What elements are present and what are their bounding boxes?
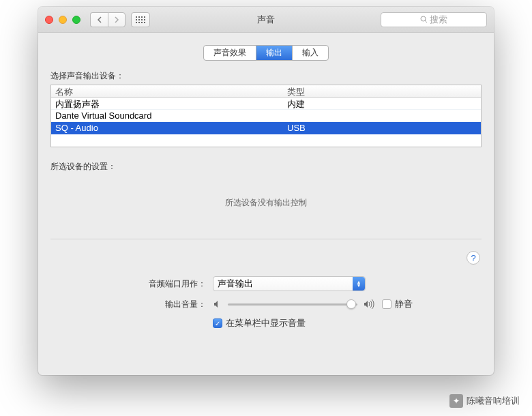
svg-rect-10 [141,22,143,23]
col-type[interactable]: 类型 [283,85,481,97]
menubar-checkbox[interactable]: ✓在菜单栏中显示音量 [213,317,306,329]
tab-group: 声音效果 输出 输入 [50,45,482,61]
settings-label: 所选设备的设置： [50,161,482,173]
svg-rect-1 [138,16,140,18]
svg-rect-6 [141,19,143,20]
tab-effects[interactable]: 声音效果 [204,46,256,60]
search-icon [420,16,428,23]
svg-rect-2 [141,16,143,18]
table-header: 名称 类型 [51,85,481,98]
table-row[interactable]: SQ - AudioUSB [51,122,481,134]
col-name[interactable]: 名称 [51,85,283,97]
table-row-empty [51,134,481,147]
window-controls [45,16,80,24]
close-button[interactable] [45,16,53,24]
tab-input[interactable]: 输入 [293,46,328,60]
separator [50,239,482,239]
speaker-low-icon [213,299,222,309]
tab-output[interactable]: 输出 [256,46,293,60]
svg-rect-7 [144,19,145,20]
device-table: 名称 类型 内置扬声器内建 Dante Virtual Soundcard SQ… [50,85,482,147]
svg-rect-8 [136,22,137,23]
wechat-icon: ✦ [449,394,463,408]
no-output-controls-text: 所选设备没有输出控制 [50,178,482,239]
mute-label: 静音 [395,298,413,310]
minimize-button[interactable] [59,16,67,24]
port-select[interactable]: 声音输出 ▲▼ [213,276,366,291]
watermark-text: 陈曦音响培训 [467,395,520,407]
speaker-high-icon [363,299,376,309]
help-button[interactable]: ? [467,251,480,265]
svg-rect-5 [138,19,140,20]
svg-rect-9 [138,22,140,23]
volume-slider[interactable] [228,303,357,306]
search-placeholder: 搜索 [430,14,447,26]
svg-rect-3 [144,16,145,18]
checkbox-icon [382,299,391,309]
search-field[interactable]: 搜索 [381,12,487,27]
volume-label: 输出音量： [50,299,213,310]
show-all-button[interactable] [131,12,150,27]
checkbox-checked-icon: ✓ [213,318,222,328]
svg-rect-0 [136,16,137,18]
output-form: 音频端口用作： 声音输出 ▲▼ 输出音量： 静音 ✓在菜单栏中显示音量 [50,276,482,329]
svg-rect-11 [144,22,145,23]
volume-knob[interactable] [346,299,356,309]
port-label: 音频端口用作： [50,278,213,290]
titlebar: 声音 搜索 [38,7,494,33]
watermark: ✦ 陈曦音响培训 [449,394,520,408]
svg-line-13 [425,20,427,23]
nav-buttons [90,12,125,27]
forward-button[interactable] [108,12,125,27]
volume-slider-group: 静音 [213,298,413,310]
port-value: 声音输出 [218,278,253,290]
svg-rect-4 [136,19,137,20]
pane-body: 声音效果 输出 输入 选择声音输出设备： 名称 类型 内置扬声器内建 Dante… [38,33,494,346]
svg-point-12 [421,16,426,21]
table-row[interactable]: Dante Virtual Soundcard [51,110,481,122]
device-list-label: 选择声音输出设备： [50,70,482,82]
table-row[interactable]: 内置扬声器内建 [51,98,481,110]
back-button[interactable] [90,12,108,27]
select-arrows-icon: ▲▼ [353,277,365,291]
menubar-label: 在菜单栏中显示音量 [226,317,306,329]
mute-checkbox[interactable]: 静音 [382,298,413,310]
sound-preferences-window: 声音 搜索 声音效果 输出 输入 选择声音输出设备： 名称 类型 内置扬声器内建… [38,7,494,375]
zoom-button[interactable] [72,16,80,24]
